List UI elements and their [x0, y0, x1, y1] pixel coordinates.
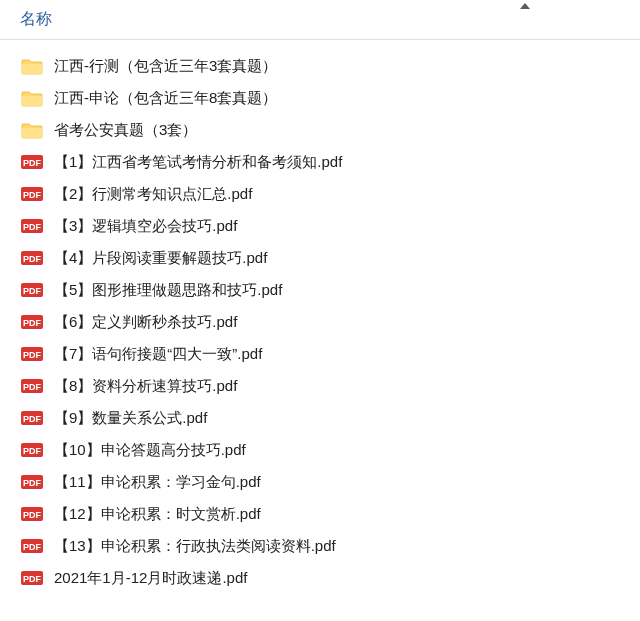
file-row[interactable]: 【2】行测常考知识点汇总.pdf — [0, 178, 640, 210]
file-name-label: 【2】行测常考知识点汇总.pdf — [54, 185, 252, 204]
pdf-icon — [20, 310, 44, 334]
file-row[interactable]: 江西-申论（包含近三年8套真题） — [0, 82, 640, 114]
folder-icon — [20, 54, 44, 78]
file-name-label: 【7】语句衔接题“四大一致”.pdf — [54, 345, 262, 364]
file-name-label: 2021年1月-12月时政速递.pdf — [54, 569, 247, 588]
folder-icon — [20, 118, 44, 142]
file-row[interactable]: 【6】定义判断秒杀技巧.pdf — [0, 306, 640, 338]
pdf-icon — [20, 246, 44, 270]
file-row[interactable]: 【9】数量关系公式.pdf — [0, 402, 640, 434]
pdf-icon — [20, 278, 44, 302]
file-row[interactable]: 【4】片段阅读重要解题技巧.pdf — [0, 242, 640, 274]
sort-ascending-icon — [520, 3, 530, 9]
file-name-label: 【4】片段阅读重要解题技巧.pdf — [54, 249, 267, 268]
file-row[interactable]: 【1】江西省考笔试考情分析和备考须知.pdf — [0, 146, 640, 178]
file-name-label: 江西-申论（包含近三年8套真题） — [54, 89, 277, 108]
pdf-icon — [20, 150, 44, 174]
file-row[interactable]: 【13】申论积累：行政执法类阅读资料.pdf — [0, 530, 640, 562]
file-name-label: 【13】申论积累：行政执法类阅读资料.pdf — [54, 537, 336, 556]
pdf-icon — [20, 534, 44, 558]
file-name-label: 【11】申论积累：学习金句.pdf — [54, 473, 261, 492]
file-name-label: 【6】定义判断秒杀技巧.pdf — [54, 313, 237, 332]
file-row[interactable]: 【12】申论积累：时文赏析.pdf — [0, 498, 640, 530]
file-name-label: 【3】逻辑填空必会技巧.pdf — [54, 217, 237, 236]
pdf-icon — [20, 502, 44, 526]
file-row[interactable]: 【11】申论积累：学习金句.pdf — [0, 466, 640, 498]
file-row[interactable]: 【10】申论答题高分技巧.pdf — [0, 434, 640, 466]
file-row[interactable]: 【3】逻辑填空必会技巧.pdf — [0, 210, 640, 242]
pdf-icon — [20, 566, 44, 590]
file-name-label: 江西-行测（包含近三年3套真题） — [54, 57, 277, 76]
pdf-icon — [20, 406, 44, 430]
file-name-label: 【12】申论积累：时文赏析.pdf — [54, 505, 261, 524]
file-name-label: 【8】资料分析速算技巧.pdf — [54, 377, 237, 396]
file-name-label: 省考公安真题（3套） — [54, 121, 197, 140]
file-row[interactable]: 江西-行测（包含近三年3套真题） — [0, 50, 640, 82]
file-name-label: 【1】江西省考笔试考情分析和备考须知.pdf — [54, 153, 342, 172]
file-list: 江西-行测（包含近三年3套真题）江西-申论（包含近三年8套真题）省考公安真题（3… — [0, 40, 640, 604]
file-name-label: 【10】申论答题高分技巧.pdf — [54, 441, 246, 460]
pdf-icon — [20, 342, 44, 366]
pdf-icon — [20, 182, 44, 206]
column-header[interactable]: 名称 — [0, 0, 640, 40]
pdf-icon — [20, 470, 44, 494]
file-row[interactable]: 【8】资料分析速算技巧.pdf — [0, 370, 640, 402]
file-row[interactable]: 省考公安真题（3套） — [0, 114, 640, 146]
column-name-label: 名称 — [20, 9, 52, 30]
file-row[interactable]: 2021年1月-12月时政速递.pdf — [0, 562, 640, 594]
file-row[interactable]: 【7】语句衔接题“四大一致”.pdf — [0, 338, 640, 370]
file-name-label: 【5】图形推理做题思路和技巧.pdf — [54, 281, 282, 300]
pdf-icon — [20, 214, 44, 238]
file-name-label: 【9】数量关系公式.pdf — [54, 409, 207, 428]
pdf-icon — [20, 438, 44, 462]
file-row[interactable]: 【5】图形推理做题思路和技巧.pdf — [0, 274, 640, 306]
pdf-icon — [20, 374, 44, 398]
folder-icon — [20, 86, 44, 110]
